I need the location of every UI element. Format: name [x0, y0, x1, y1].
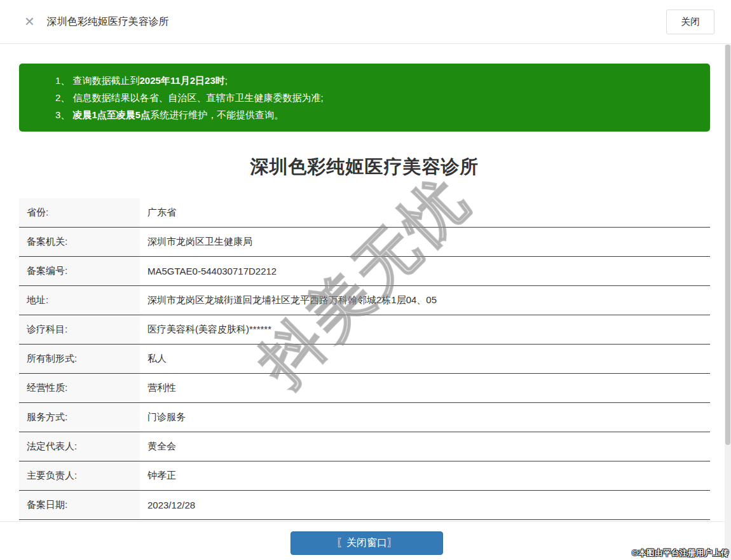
table-row: 服务方式: 门诊服务 — [19, 403, 710, 432]
field-label: 经营性质: — [19, 374, 140, 402]
field-label: 法定代表人: — [19, 432, 140, 461]
table-row: 经营性质: 营利性 — [19, 374, 710, 403]
field-value: 私人 — [140, 345, 710, 373]
field-label: 备案机关: — [19, 228, 140, 256]
notice-line: 1、 查询数据截止到2025年11月2日23时; — [55, 72, 697, 89]
field-value: MA5GTAE0-544030717D2212 — [140, 257, 710, 285]
field-label: 诊疗科目: — [19, 315, 140, 344]
field-value: 深圳市龙岗区龙城街道回龙埔社区龙平西路万科翰邻城2栋1层04、05 — [140, 286, 710, 315]
table-row: 所有制形式: 私人 — [19, 345, 710, 374]
table-row: 省份: 广东省 — [19, 198, 710, 228]
close-button[interactable]: 关闭 — [666, 10, 714, 34]
table-row: 诊疗科目: 医疗美容科(美容皮肤科)****** — [19, 315, 710, 345]
notice-line: 2、 信息数据结果以各省、自治区、直辖市卫生健康委数据为准; — [55, 89, 697, 106]
table-row: 法定代表人: 黄全会 — [19, 432, 710, 461]
notice-box: 1、 查询数据截止到2025年11月2日23时; 2、 信息数据结果以各省、自治… — [19, 64, 710, 132]
field-label: 备案编号: — [19, 257, 140, 285]
table-row: 地址: 深圳市龙岗区龙城街道回龙埔社区龙平西路万科翰邻城2栋1层04、05 — [19, 286, 710, 315]
bottom-divider — [0, 521, 725, 522]
table-row: 备案日期: 2023/12/28 — [19, 491, 710, 520]
table-row: 备案编号: MA5GTAE0-544030717D2212 — [19, 257, 710, 286]
notice-line: 3、 凌晨1点至凌晨5点系统进行维护，不能提供查询。 — [55, 106, 697, 123]
field-value: 深圳市龙岗区卫生健康局 — [140, 228, 710, 256]
field-label: 服务方式: — [19, 403, 140, 432]
window-title: 深圳色彩纯姬医疗美容诊所 — [47, 15, 169, 29]
page-title: 深圳色彩纯姬医疗美容诊所 — [19, 154, 710, 180]
field-value: 广东省 — [140, 198, 710, 227]
field-label: 备案日期: — [19, 491, 140, 519]
close-window-button[interactable]: 〖关闭窗口〗 — [290, 531, 443, 555]
close-x-icon[interactable]: ✕ — [24, 15, 35, 28]
table-row: 备案机关: 深圳市龙岗区卫生健康局 — [19, 228, 710, 257]
field-value: 营利性 — [140, 374, 710, 402]
field-value: 2023/12/28 — [140, 491, 710, 519]
field-label: 省份: — [19, 198, 140, 227]
field-label: 主要负责人: — [19, 461, 140, 490]
copyright-text: ©本图由平台注册用户上传 — [632, 548, 729, 559]
field-label: 地址: — [19, 286, 140, 315]
field-label: 所有制形式: — [19, 345, 140, 373]
table-row: 主要负责人: 钟孝正 — [19, 461, 710, 491]
page-content: 1、 查询数据截止到2025年11月2日23时; 2、 信息数据结果以各省、自治… — [0, 64, 731, 520]
field-value: 黄全会 — [140, 432, 710, 461]
window-header: ✕ 深圳色彩纯姬医疗美容诊所 关闭 — [0, 0, 731, 44]
info-table: 省份: 广东省 备案机关: 深圳市龙岗区卫生健康局 备案编号: MA5GTAE0… — [19, 198, 710, 520]
field-value: 钟孝正 — [140, 461, 710, 490]
field-value: 医疗美容科(美容皮肤科)****** — [140, 315, 710, 344]
field-value: 门诊服务 — [140, 403, 710, 432]
